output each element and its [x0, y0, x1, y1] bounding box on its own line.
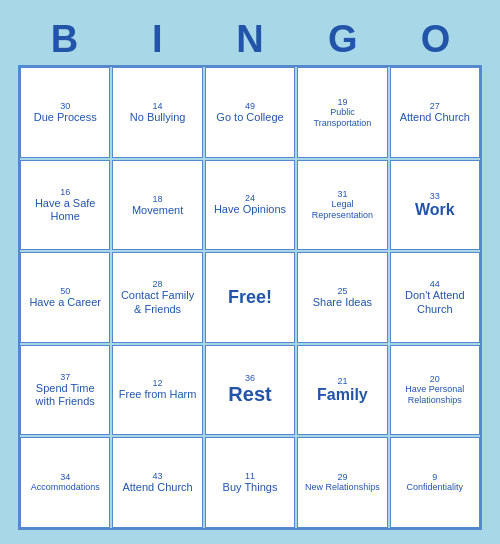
bingo-header: B I N G O [18, 14, 482, 65]
header-n: N [204, 14, 297, 65]
cell-text: Buy Things [223, 481, 278, 494]
bingo-cell-21: 43 Attend Church [112, 437, 202, 527]
bingo-cell-1: 14 No Bullying [112, 67, 202, 157]
free-label: Free! [228, 287, 272, 308]
bingo-cell-7: 24 Have Opinions [205, 160, 295, 250]
bingo-cell-9: 33 Work [390, 160, 480, 250]
cell-text: No Bullying [130, 111, 186, 124]
cell-text: Contact Family & Friends [117, 289, 197, 315]
bingo-cell-11: 28 Contact Family & Friends [112, 252, 202, 342]
bingo-cell-17: 36 Rest [205, 345, 295, 435]
cell-number: 20 [430, 374, 440, 384]
bingo-cell-2: 49 Go to College [205, 67, 295, 157]
cell-text: Public Transportation [302, 107, 382, 129]
bingo-cell-10: 50 Have a Career [20, 252, 110, 342]
cell-number: 29 [337, 472, 347, 482]
cell-text: Don't Attend Church [395, 289, 475, 315]
cell-number: 49 [245, 101, 255, 111]
cell-text: Have Personal Relationships [395, 384, 475, 406]
cell-number: 24 [245, 193, 255, 203]
header-i: I [111, 14, 204, 65]
cell-text: Accommodations [31, 482, 100, 493]
cell-text: Share Ideas [313, 296, 372, 309]
bingo-cell-16: 12 Free from Harm [112, 345, 202, 435]
cell-text: New Relationships [305, 482, 380, 493]
cell-text: Movement [132, 204, 183, 217]
cell-number: 16 [60, 187, 70, 197]
bingo-cell-13: 25 Share Ideas [297, 252, 387, 342]
cell-number: 28 [153, 279, 163, 289]
bingo-cell-8: 31 Legal Representation [297, 160, 387, 250]
cell-number: 37 [60, 372, 70, 382]
cell-text: Family [317, 386, 368, 404]
cell-number: 9 [432, 472, 437, 482]
cell-text: Rest [228, 383, 271, 406]
cell-text: Have a Safe Home [25, 197, 105, 223]
cell-text: Spend Time with Friends [25, 382, 105, 408]
bingo-cell-4: 27 Attend Church [390, 67, 480, 157]
bingo-grid: 30 Due Process 14 No Bullying 49 Go to C… [18, 65, 482, 529]
cell-text: Confidentiality [407, 482, 464, 493]
cell-number: 19 [337, 97, 347, 107]
cell-number: 21 [337, 376, 347, 386]
bingo-cell-6: 18 Movement [112, 160, 202, 250]
cell-text: Have a Career [29, 296, 101, 309]
bingo-cell-22: 11 Buy Things [205, 437, 295, 527]
cell-text: Have Opinions [214, 203, 286, 216]
bingo-card: B I N G O 30 Due Process 14 No Bullying … [10, 6, 490, 537]
cell-number: 50 [60, 286, 70, 296]
cell-number: 33 [430, 191, 440, 201]
bingo-cell-19: 20 Have Personal Relationships [390, 345, 480, 435]
cell-text: Legal Representation [302, 199, 382, 221]
cell-number: 31 [337, 189, 347, 199]
cell-number: 25 [337, 286, 347, 296]
cell-number: 27 [430, 101, 440, 111]
cell-text: Due Process [34, 111, 97, 124]
bingo-cell-20: 34 Accommodations [20, 437, 110, 527]
bingo-cell-3: 19 Public Transportation [297, 67, 387, 157]
cell-number: 12 [153, 378, 163, 388]
cell-text: Work [415, 201, 455, 219]
header-g: G [296, 14, 389, 65]
bingo-cell-5: 16 Have a Safe Home [20, 160, 110, 250]
bingo-cell-23: 29 New Relationships [297, 437, 387, 527]
cell-number: 11 [245, 471, 255, 481]
bingo-cell-24: 9 Confidentiality [390, 437, 480, 527]
cell-number: 14 [153, 101, 163, 111]
cell-text: Attend Church [122, 481, 192, 494]
bingo-cell-12: Free! [205, 252, 295, 342]
cell-text: Go to College [216, 111, 283, 124]
cell-number: 30 [60, 101, 70, 111]
bingo-cell-0: 30 Due Process [20, 67, 110, 157]
cell-text: Free from Harm [119, 388, 197, 401]
bingo-cell-18: 21 Family [297, 345, 387, 435]
cell-number: 34 [60, 472, 70, 482]
bingo-cell-15: 37 Spend Time with Friends [20, 345, 110, 435]
cell-number: 36 [245, 373, 255, 383]
cell-number: 43 [153, 471, 163, 481]
cell-number: 44 [430, 279, 440, 289]
header-b: B [18, 14, 111, 65]
cell-number: 18 [153, 194, 163, 204]
cell-text: Attend Church [400, 111, 470, 124]
bingo-cell-14: 44 Don't Attend Church [390, 252, 480, 342]
header-o: O [389, 14, 482, 65]
